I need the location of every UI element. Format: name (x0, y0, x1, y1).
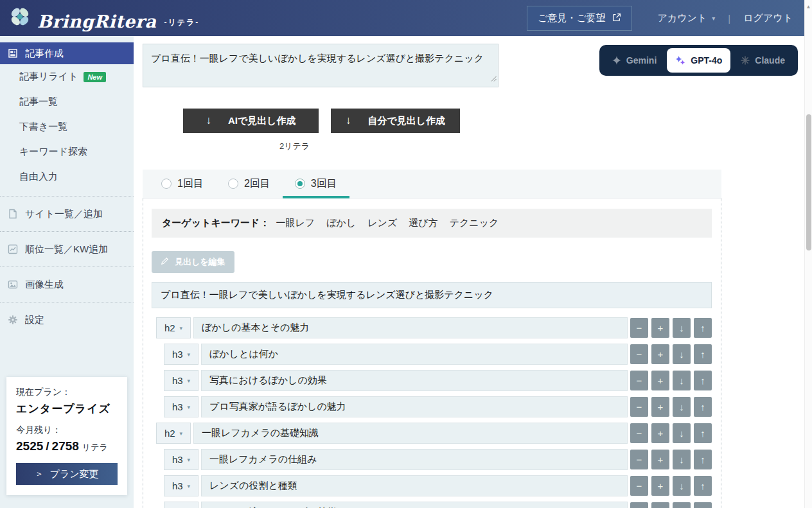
heading-level-select[interactable]: h2▾ (156, 317, 191, 338)
move-heading-down-button[interactable]: ↓ (673, 344, 691, 364)
down-arrow-icon: ↓ (346, 114, 351, 127)
scrollbar[interactable]: ▲ (804, 0, 812, 508)
heading-text-input[interactable] (193, 317, 628, 338)
move-heading-up-button[interactable]: ↑ (694, 397, 712, 417)
account-menu[interactable]: アカウント ▾ (658, 12, 716, 24)
brand-logo[interactable]: BringRitera -リテラ- (9, 6, 199, 30)
sidebar-item-label: 記事リライト (19, 71, 78, 83)
headline-action-row: ↓ AIで見出し作成 ↓ 自分で見出し作成 (183, 109, 804, 133)
add-heading-button[interactable]: + (651, 344, 669, 364)
move-heading-down-button[interactable]: ↓ (673, 423, 691, 443)
model-option-gemini[interactable]: Gemini (603, 45, 666, 76)
tab-attempt[interactable]: 3回目 (283, 170, 349, 198)
sidebar-item[interactable]: サイト一覧／追加 (0, 196, 134, 231)
remove-heading-button[interactable]: − (630, 344, 648, 364)
change-plan-button[interactable]: ＞ プラン変更 (16, 463, 118, 485)
model-option-gpt-4o[interactable]: GPT-4o (667, 48, 730, 73)
heading-text-input[interactable] (201, 475, 628, 496)
chevron-down-icon: ▾ (188, 378, 191, 384)
sidebar-item[interactable]: キーワード探索 (0, 139, 134, 164)
add-heading-button[interactable]: + (651, 476, 669, 496)
plan-name: エンタープライズ (16, 401, 118, 416)
plan-card: 現在プラン： エンタープライズ 今月残り： 2525/2758リテラ ＞ プラン… (6, 377, 127, 495)
heading-text-input[interactable] (201, 344, 628, 365)
heading-text-input[interactable] (193, 423, 628, 444)
sidebar-item[interactable]: 記事リライトNew (0, 64, 134, 89)
feedback-button[interactable]: ご意見・ご要望 (527, 6, 632, 31)
image-icon (8, 279, 19, 290)
sidebar-item[interactable]: 記事一覧 (0, 89, 134, 114)
add-heading-button[interactable]: + (651, 502, 669, 508)
heading-level-select[interactable]: h3▾ (164, 396, 199, 417)
remove-heading-button[interactable]: − (630, 450, 648, 469)
pencil-icon (161, 257, 169, 267)
edit-headline-label: 見出しを編集 (175, 256, 225, 268)
sidebar-item-label: 画像生成 (25, 279, 64, 291)
heading-text-input[interactable] (201, 502, 628, 508)
heading-text-input[interactable] (201, 370, 628, 391)
add-heading-button[interactable]: + (651, 397, 669, 417)
scrollbar-up-arrow[interactable]: ▲ (805, 4, 812, 10)
sidebar-item[interactable]: 設定 (0, 302, 134, 337)
move-heading-down-button[interactable]: ↓ (673, 371, 691, 390)
sidebar-item[interactable]: 記事作成 (0, 42, 134, 64)
tab-attempt[interactable]: 1回目 (149, 170, 216, 198)
remove-heading-button[interactable]: − (630, 318, 648, 338)
move-heading-up-button[interactable]: ↑ (694, 476, 712, 496)
sidebar-item[interactable]: 下書き一覧 (0, 114, 134, 139)
heading-level-select[interactable]: h3▾ (164, 344, 199, 365)
add-heading-button[interactable]: + (651, 318, 669, 338)
move-heading-down-button[interactable]: ↓ (673, 450, 691, 469)
add-heading-button[interactable]: + (651, 450, 669, 469)
target-keywords-label: ターゲットキーワード： (162, 217, 269, 229)
manual-headline-button[interactable]: ↓ 自分で見出し作成 (331, 109, 460, 133)
add-heading-button[interactable]: + (651, 371, 669, 390)
target-keyword: テクニック (450, 217, 499, 228)
logout-button[interactable]: ログアウト (743, 12, 793, 24)
add-heading-button[interactable]: + (651, 423, 669, 443)
sidebar-item[interactable]: 自由入力 (0, 164, 134, 189)
remove-heading-button[interactable]: − (630, 502, 648, 508)
remove-heading-button[interactable]: − (630, 397, 648, 417)
gear-icon (8, 315, 19, 326)
app: BringRitera -リテラ- ご意見・ご要望 アカウント (0, 0, 804, 508)
tab-attempt[interactable]: 2回目 (216, 170, 283, 198)
heading-rows: h2▾−+↓↑h3▾−+↓↑h3▾−+↓↑h3▾−+↓↑h2▾−+↓↑h3▾−+… (152, 317, 712, 508)
move-heading-down-button[interactable]: ↓ (673, 397, 691, 417)
remove-heading-button[interactable]: − (630, 423, 648, 443)
keyword-textarea[interactable]: プロ直伝！一眼レフで美しいぼかしを実現するレンズ選びと撮影テクニック (143, 44, 499, 87)
remaining-credits: 2525/2758リテラ (16, 439, 118, 453)
heading-level-value: h3 (172, 480, 183, 491)
edit-headline-button[interactable]: 見出しを編集 (152, 251, 234, 273)
move-heading-up-button[interactable]: ↑ (694, 423, 712, 443)
heading-text-input[interactable] (201, 449, 628, 470)
move-heading-down-button[interactable]: ↓ (673, 502, 691, 508)
remaining-separator: / (46, 439, 49, 453)
heading-level-select[interactable]: h2▾ (156, 423, 191, 444)
move-heading-up-button[interactable]: ↑ (694, 450, 712, 469)
move-heading-up-button[interactable]: ↑ (694, 344, 712, 364)
sidebar-item[interactable]: 画像生成 (0, 267, 134, 302)
heading-row-actions: −+↓↑ (630, 475, 712, 496)
sidebar-item[interactable]: 順位一覧／KW追加 (0, 231, 134, 267)
move-heading-up-button[interactable]: ↑ (694, 318, 712, 338)
scrollbar-thumb[interactable] (806, 114, 811, 250)
remove-heading-button[interactable]: − (630, 371, 648, 390)
heading-level-select[interactable]: h3▾ (164, 475, 199, 496)
move-heading-up-button[interactable]: ↑ (694, 502, 712, 508)
external-link-icon (612, 13, 621, 24)
heading-level-select[interactable]: h3▾ (164, 449, 199, 470)
sidebar-item-label: サイト一覧／追加 (25, 208, 103, 220)
manual-headline-label: 自分で見出し作成 (367, 115, 445, 127)
body-row: 記事作成記事リライトNew記事一覧下書き一覧キーワード探索自由入力サイト一覧／追… (0, 36, 804, 508)
heading-level-select[interactable]: h3▾ (164, 502, 199, 508)
move-heading-down-button[interactable]: ↓ (673, 318, 691, 338)
heading-text-input[interactable] (201, 396, 628, 417)
move-heading-down-button[interactable]: ↓ (673, 476, 691, 496)
heading-level-select[interactable]: h3▾ (164, 370, 199, 391)
model-option-claude[interactable]: Claude (731, 45, 795, 76)
remove-heading-button[interactable]: − (630, 476, 648, 496)
ai-headline-button[interactable]: ↓ AIで見出し作成 (183, 109, 319, 133)
target-keyword: レンズ (367, 217, 397, 228)
move-heading-up-button[interactable]: ↑ (694, 371, 712, 390)
